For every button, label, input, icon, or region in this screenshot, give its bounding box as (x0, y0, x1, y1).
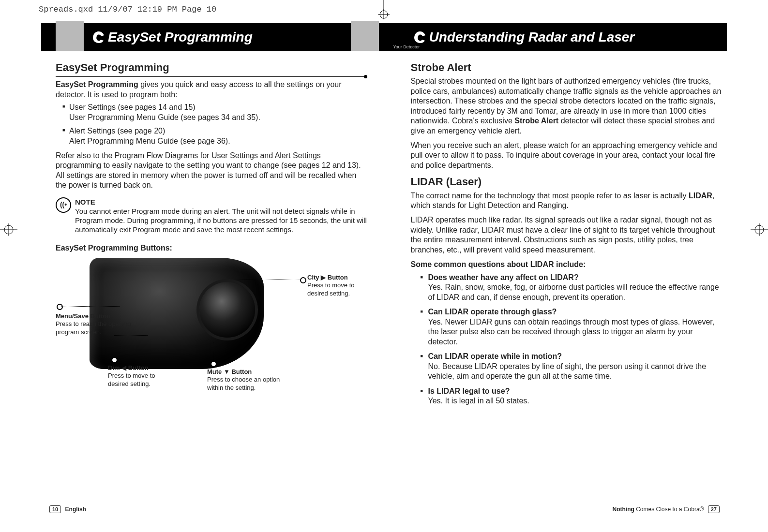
list-item: Alert Settings (see page 20) Alert Progr… (62, 126, 367, 146)
callout-pin (211, 361, 217, 367)
page-number-left: 10 (49, 505, 61, 513)
prepress-slug: Spreads.qxd 11/9/07 12:19 PM Page 10 (39, 5, 216, 14)
lidar-bold: LIDAR (689, 192, 712, 200)
qa-answer: Yes. Newer LIDAR guns can obtain reading… (428, 318, 715, 346)
menu-save-callout: Menu/Save Button Press to reach the open… (56, 312, 133, 336)
registration-mark-right (751, 222, 768, 237)
band-title-left: EasySet Programming (108, 30, 253, 45)
lidar-p2: LIDAR operates much like radar. Its sign… (411, 215, 723, 255)
dim-callout: Dim ◀ Button Press to move to desired se… (108, 364, 176, 388)
callout-pin (57, 304, 63, 310)
footer-language: English (65, 506, 86, 513)
gray-tab-left (56, 21, 84, 51)
bullet-line1: Alert Settings (see page 20) (69, 127, 165, 135)
heading-rule (56, 76, 367, 77)
callout-line (114, 335, 114, 357)
registration-mark-left (0, 222, 17, 237)
qa-answer: Yes. Rain, snow, smoke, fog, or airborne… (428, 283, 719, 301)
note-label: NOTE (75, 197, 367, 207)
qa-question: Does weather have any affect on LIDAR? (428, 273, 723, 282)
callout-text: Press to move to desired setting. (307, 281, 355, 296)
strobe-bold: Strobe Alert (514, 117, 558, 125)
callout-line (114, 335, 148, 336)
footer-right-bold: Nothing (613, 506, 634, 513)
callout-title: Mute ▼ Button (207, 368, 294, 376)
callout-title: Menu/Save Button (56, 312, 133, 320)
settings-list: User Settings (see pages 14 and 15) User… (62, 103, 367, 146)
callout-line (61, 306, 120, 307)
easyset-intro: EasySet Programming gives you quick and … (56, 80, 367, 100)
qa-answer: Yes. It is legal in all 50 states. (428, 397, 529, 405)
footer-left: 10 English (47, 506, 86, 513)
band-label-right: Your Detector (393, 44, 420, 49)
qa-answer: No. Because LIDAR operates by line of si… (428, 362, 707, 380)
header-band: Your Detector EasySet Programming Your D… (41, 23, 727, 51)
callout-text: Press to move to desired setting. (108, 372, 155, 387)
cobra-logo-icon (412, 29, 428, 45)
note-icon: ((• (56, 197, 71, 213)
band-title-right: Understanding Radar and Laser (429, 30, 635, 45)
callout-pin (300, 277, 306, 283)
detector-lens (199, 282, 255, 338)
lidar-qa-list: Does weather have any affect on LIDAR?Ye… (421, 273, 723, 406)
callout-line (230, 280, 300, 280)
list-item: User Settings (see pages 14 and 15) User… (62, 103, 367, 122)
strobe-heading: Strobe Alert (411, 61, 723, 74)
bullet-line2: Alert Programming Menu Guide (see page 3… (69, 136, 367, 146)
mute-callout: Mute ▼ Button Press to choose an option … (207, 368, 294, 392)
bullet-line1: User Settings (see pages 14 and 15) (69, 103, 196, 111)
registration-mark-top (376, 0, 391, 19)
cobra-logo-icon (90, 29, 107, 45)
strobe-p2: When you receive such an alert, please w… (411, 141, 723, 170)
device-diagram: City ▶ Button Press to move to desired s… (56, 258, 346, 403)
buttons-heading: EasySet Programming Buttons: (56, 243, 367, 253)
callout-text: Press to choose an option within the set… (207, 376, 280, 391)
city-callout: City ▶ Button Press to move to desired s… (307, 274, 365, 297)
footer-right-rest: Comes Close to a Cobra® (634, 506, 704, 513)
bullet-line2: User Programming Menu Guide (see pages 3… (69, 113, 367, 122)
callout-text: Press to reach the opening program scree… (56, 320, 131, 335)
callout-title: Dim ◀ Button (108, 364, 176, 372)
qa-question: Can LIDAR operate while in motion? (428, 352, 723, 361)
note-text: You cannot enter Program mode during an … (75, 207, 367, 234)
callout-pin (111, 357, 118, 363)
lidar-qa-heading: Some common questions about LIDAR includ… (411, 260, 723, 269)
callout-title: City ▶ Button (307, 274, 365, 281)
lidar-heading: LIDAR (Laser) (411, 175, 723, 189)
qa-question: Is LIDAR legal to use? (428, 386, 723, 396)
lidar-p1a: The correct name for the technology that… (411, 192, 689, 200)
list-item: Does weather have any affect on LIDAR?Ye… (421, 273, 723, 302)
list-item: Can LIDAR operate through glass?Yes. New… (421, 307, 723, 347)
callout-line (213, 342, 213, 362)
gray-tab-right (351, 21, 379, 51)
lidar-p1: The correct name for the technology that… (411, 191, 723, 211)
footer-right: Nothing Comes Close to a Cobra® 27 (613, 506, 723, 513)
strobe-p1: Special strobes mounted on the light bar… (411, 76, 723, 136)
easyset-heading: EasySet Programming (56, 61, 367, 74)
list-item: Can LIDAR operate while in motion?No. Be… (421, 352, 723, 381)
list-item: Is LIDAR legal to use?Yes. It is legal i… (421, 386, 723, 406)
qa-question: Can LIDAR operate through glass? (428, 307, 723, 317)
page-number-right: 27 (708, 505, 720, 513)
intro-bold: EasySet Programming (56, 80, 138, 89)
refer-paragraph: Refer also to the Program Flow Diagrams … (56, 151, 367, 191)
page-footer: 10 English Nothing Comes Close to a Cobr… (47, 506, 722, 513)
